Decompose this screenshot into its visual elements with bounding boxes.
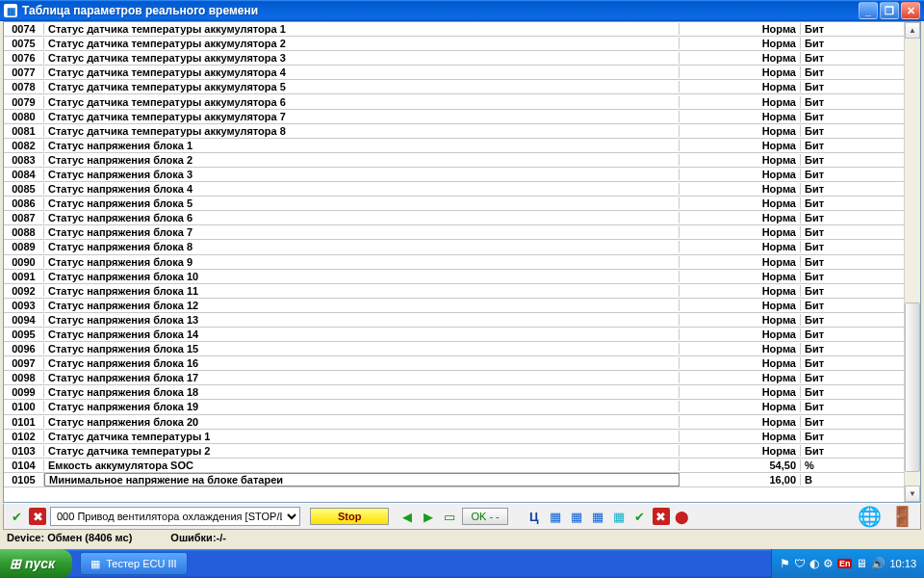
cell-unit: Бит bbox=[801, 372, 904, 383]
scroll-up-button[interactable]: ▲ bbox=[905, 22, 920, 39]
ok-button[interactable]: OK - - bbox=[462, 508, 507, 525]
table-row[interactable]: 0081Статус датчика температуры аккумулят… bbox=[4, 124, 904, 139]
table-row[interactable]: 0092Статус напряжения блока 11НормаБит bbox=[4, 284, 904, 299]
cell-value: Норма bbox=[680, 401, 801, 412]
table-row[interactable]: 0086Статус напряжения блока 5НормаБит bbox=[4, 197, 904, 211]
table-row[interactable]: 0097Статус напряжения блока 16НормаБит bbox=[4, 356, 904, 371]
scroll-down-button[interactable]: ▼ bbox=[905, 486, 920, 502]
table-row[interactable]: 0094Статус напряжения блока 13НормаБит bbox=[4, 313, 904, 328]
cell-name: Статус напряжения блока 9 bbox=[44, 256, 680, 268]
cell-unit: Бит bbox=[801, 343, 904, 355]
table-row[interactable]: 0089Статус напряжения блока 8НормаБит bbox=[4, 240, 904, 254]
minimize-button[interactable]: _ bbox=[859, 2, 878, 19]
cell-unit: Бит bbox=[801, 271, 904, 282]
clock[interactable]: 10:13 bbox=[889, 558, 916, 569]
table-row[interactable]: 0105Минимальное напряжение на блоке бата… bbox=[4, 473, 904, 487]
exit-icon[interactable]: 🚪 bbox=[887, 504, 916, 529]
table-row[interactable]: 0100Статус напряжения блока 19НормаБит bbox=[4, 400, 904, 414]
table-row[interactable]: 0076Статус датчика температуры аккумулят… bbox=[4, 51, 904, 66]
cell-value: Норма bbox=[680, 52, 801, 64]
tray-icon[interactable]: ◐ bbox=[809, 557, 819, 570]
cell-id: 0105 bbox=[4, 474, 44, 486]
cell-name: Статус датчика температуры аккумулятора … bbox=[44, 111, 680, 122]
cell-id: 0103 bbox=[4, 445, 44, 457]
cell-id: 0082 bbox=[4, 140, 44, 151]
table-row[interactable]: 0091Статус напряжения блока 10НормаБит bbox=[4, 270, 904, 284]
system-tray[interactable]: ⚑ 🛡 ◐ ⚙ En 🖥 🔊 10:13 bbox=[771, 549, 924, 578]
cell-name: Статус датчика температуры аккумулятора … bbox=[44, 66, 680, 78]
table-row[interactable]: 0101Статус напряжения блока 20НормаБит bbox=[4, 415, 904, 430]
close-button[interactable]: ✕ bbox=[901, 2, 920, 19]
cell-value: Норма bbox=[680, 183, 801, 195]
check-green-2-icon[interactable]: ✔ bbox=[631, 508, 649, 525]
cell-id: 0076 bbox=[4, 52, 44, 64]
table-row[interactable]: 0082Статус напряжения блока 1НормаБит bbox=[4, 139, 904, 153]
globe-icon[interactable]: 🌐 bbox=[855, 504, 884, 529]
cell-value: Норма bbox=[680, 212, 801, 223]
table-row[interactable]: 0075Статус датчика температуры аккумулят… bbox=[4, 37, 904, 51]
grid-blue-2-icon[interactable]: ▦ bbox=[568, 508, 585, 525]
tray-icon[interactable]: 🛡 bbox=[794, 557, 806, 570]
table-row[interactable]: 0096Статус напряжения блока 15НормаБит bbox=[4, 342, 904, 356]
tray-icon[interactable]: 🖥 bbox=[856, 557, 867, 570]
volume-icon[interactable]: 🔊 bbox=[871, 557, 886, 570]
table-row[interactable]: 0087Статус напряжения блока 6НормаБит bbox=[4, 211, 904, 225]
cell-value: 54,50 bbox=[680, 460, 801, 471]
cell-id: 0104 bbox=[4, 460, 44, 471]
table-row[interactable]: 0074Статус датчика температуры аккумулят… bbox=[4, 22, 904, 37]
app-icon: ▦ bbox=[4, 4, 17, 17]
lang-indicator[interactable]: En bbox=[837, 559, 853, 568]
actuator-select[interactable]: 000 Привод вентилятора охлаждения [STOP/… bbox=[50, 507, 300, 526]
tray-icon[interactable]: ⚙ bbox=[823, 557, 834, 570]
monitor-icon[interactable]: ▭ bbox=[441, 508, 458, 525]
cell-value: Норма bbox=[680, 125, 801, 137]
record-icon[interactable]: ⬤ bbox=[674, 508, 691, 525]
x-red-2-icon[interactable]: ✖ bbox=[653, 508, 670, 525]
table-row[interactable]: 0080Статус датчика температуры аккумулят… bbox=[4, 110, 904, 124]
cell-value: Норма bbox=[680, 169, 801, 180]
maximize-button[interactable]: ❐ bbox=[880, 2, 899, 19]
table-row[interactable]: 0103Статус датчика температуры 2НормаБит bbox=[4, 444, 904, 459]
table-row[interactable]: 0085Статус напряжения блока 4НормаБит bbox=[4, 182, 904, 197]
cell-name: Статус датчика температуры аккумулятора … bbox=[44, 125, 680, 137]
scroll-track[interactable] bbox=[905, 39, 920, 486]
cell-id: 0074 bbox=[4, 23, 44, 35]
grid-blue-1-icon[interactable]: ▦ bbox=[547, 508, 564, 525]
scrollbar[interactable]: ▲ ▼ bbox=[904, 22, 920, 502]
cell-id: 0079 bbox=[4, 96, 44, 108]
start-button[interactable]: ⊞ пуск bbox=[0, 549, 72, 578]
table-row[interactable]: 0078Статус датчика температуры аккумулят… bbox=[4, 80, 904, 94]
table-row[interactable]: 0090Статус напряжения блока 9НормаБит bbox=[4, 255, 904, 270]
x-red-icon[interactable]: ✖ bbox=[29, 508, 46, 525]
next-green-icon[interactable]: ▶ bbox=[420, 508, 437, 525]
grid-cyan-icon[interactable]: ▦ bbox=[610, 508, 628, 525]
tray-icon[interactable]: ⚑ bbox=[780, 557, 790, 570]
table-row[interactable]: 0102Статус датчика температуры 1НормаБит bbox=[4, 430, 904, 444]
cell-name: Минимальное напряжение на блоке батареи bbox=[44, 473, 680, 486]
pause-icon[interactable]: Ц bbox=[526, 508, 543, 525]
cell-value: Норма bbox=[680, 300, 801, 311]
task-icon: ▦ bbox=[90, 558, 100, 570]
scroll-thumb[interactable] bbox=[905, 302, 920, 472]
cell-value: Норма bbox=[680, 343, 801, 355]
cell-value: Норма bbox=[680, 154, 801, 166]
table-row[interactable]: 0095Статус напряжения блока 14НормаБит bbox=[4, 328, 904, 342]
taskbar-item[interactable]: ▦ Тестер ECU III bbox=[80, 552, 187, 575]
prev-green-icon[interactable]: ◀ bbox=[398, 508, 416, 525]
table-row[interactable]: 0084Статус напряжения блока 3НормаБит bbox=[4, 168, 904, 182]
table-row[interactable]: 0083Статус напряжения блока 2НормаБит bbox=[4, 153, 904, 168]
table-row[interactable]: 0098Статус напряжения блока 17НормаБит bbox=[4, 371, 904, 385]
table-row[interactable]: 0077Статус датчика температуры аккумулят… bbox=[4, 66, 904, 80]
cell-id: 0075 bbox=[4, 38, 44, 49]
table-row[interactable]: 0099Статус напряжения блока 18НормаБит bbox=[4, 385, 904, 400]
table-row[interactable]: 0088Статус напряжения блока 7НормаБит bbox=[4, 225, 904, 240]
cell-unit: Бит bbox=[801, 226, 904, 238]
grid-blue-3-icon[interactable]: ▦ bbox=[589, 508, 606, 525]
check-green-icon[interactable]: ✔ bbox=[8, 508, 25, 525]
table-row[interactable]: 0079Статус датчика температуры аккумулят… bbox=[4, 94, 904, 109]
table-row[interactable]: 0104Емкость аккумулятора SOC54,50% bbox=[4, 459, 904, 473]
table-row[interactable]: 0093Статус напряжения блока 12НормаБит bbox=[4, 299, 904, 313]
cell-id: 0085 bbox=[4, 183, 44, 195]
cell-id: 0102 bbox=[4, 431, 44, 442]
stop-button[interactable]: Stop bbox=[310, 508, 389, 525]
